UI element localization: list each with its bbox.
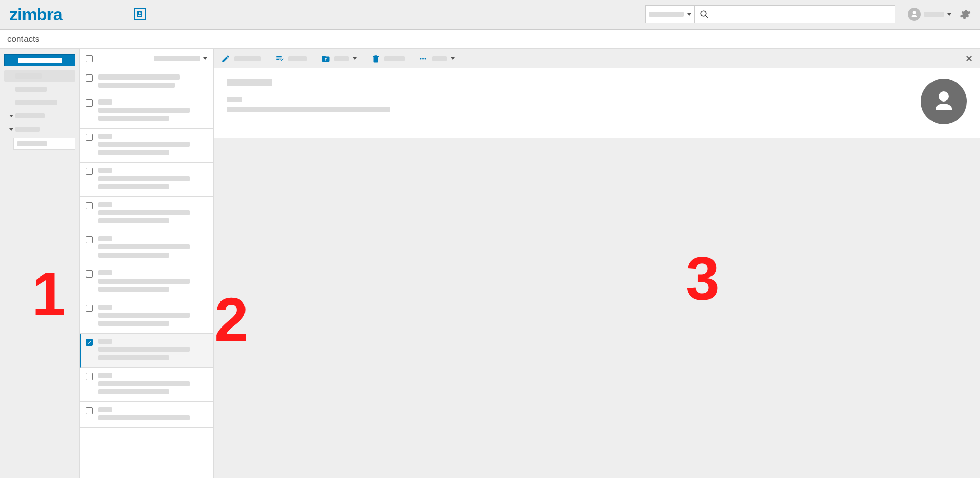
contact-list-item[interactable] [80, 402, 213, 428]
contact-list-item[interactable] [80, 68, 213, 94]
person-icon [932, 89, 956, 114]
delete-icon [371, 54, 380, 63]
detail-contact-body [227, 107, 390, 112]
contact-list-item[interactable] [80, 94, 213, 129]
sort-label [154, 56, 200, 61]
toolbar-button-label [384, 56, 405, 61]
new-contact-button[interactable] [4, 54, 75, 66]
search-input[interactable] [713, 10, 890, 19]
sidebar-item-label [15, 73, 42, 79]
annotation-number-3: 3 [685, 248, 720, 309]
sidebar-item-label [15, 100, 57, 105]
search-group [645, 5, 895, 23]
contact-checkbox[interactable] [86, 270, 93, 278]
contact-checkbox[interactable] [86, 74, 93, 82]
contact-list-item[interactable] [80, 299, 213, 334]
contact-checkbox[interactable] [86, 168, 93, 175]
chevron-down-icon [451, 57, 455, 60]
new-tag-input[interactable] [13, 138, 75, 150]
sort-dropdown[interactable] [154, 56, 207, 61]
contact-checkbox[interactable] [86, 202, 93, 209]
sidebar-section[interactable] [4, 110, 75, 121]
edit-icon [221, 54, 230, 63]
toolbar-delete-button[interactable] [371, 54, 405, 63]
sidebar-item-label [15, 87, 47, 92]
detail-avatar [921, 79, 967, 124]
contact-checkbox[interactable] [86, 99, 93, 107]
detail-pane: ✕ 3 [214, 49, 980, 478]
search-scope-label [649, 12, 684, 17]
sidebar-item[interactable] [4, 84, 75, 95]
toolbar-more-button[interactable] [419, 54, 455, 63]
context-label: contacts [7, 34, 39, 44]
assign-icon [275, 54, 284, 63]
annotation-number-1: 1 [32, 263, 66, 324]
search-scope-dropdown[interactable] [646, 6, 695, 23]
user-menu[interactable] [908, 8, 951, 21]
select-all-checkbox[interactable] [86, 55, 93, 62]
contact-list-item[interactable] [80, 163, 213, 197]
chevron-down-icon [353, 57, 357, 60]
chevron-down-icon [9, 128, 13, 131]
detail-toolbar: ✕ [214, 49, 980, 68]
detail-contact-subtitle [227, 97, 242, 102]
sidebar-item[interactable] [4, 70, 75, 82]
contact-checkbox[interactable] [86, 407, 93, 414]
contact-list-item[interactable] [80, 368, 213, 402]
contact-checkbox[interactable] [86, 339, 93, 346]
user-name-label [924, 12, 944, 17]
chevron-down-icon [9, 115, 13, 117]
main-layout: 1 2 ✕ 3 [0, 49, 980, 478]
list-header [80, 49, 213, 68]
move-icon [321, 54, 330, 63]
contact-checkbox[interactable] [86, 373, 93, 380]
more-icon [419, 54, 428, 63]
app-logo: zimbra [9, 5, 62, 24]
toolbar-button-label [234, 56, 261, 61]
contact-checkbox[interactable] [86, 134, 93, 141]
search-icon [700, 10, 709, 19]
app-header: zimbra [0, 0, 980, 30]
chevron-down-icon [203, 57, 207, 60]
toolbar-assign-button[interactable] [275, 54, 307, 63]
user-avatar-icon [908, 8, 921, 21]
contact-list-item[interactable] [80, 197, 213, 231]
address-book-icon [136, 10, 144, 18]
contact-list-item[interactable] [80, 129, 213, 163]
toolbar-move-button[interactable] [321, 54, 357, 63]
toolbar-button-label [288, 56, 307, 61]
sidebar-item-label [15, 127, 40, 132]
contact-checkbox[interactable] [86, 236, 93, 243]
toolbar-edit-button[interactable] [221, 54, 261, 63]
new-contact-button-label [18, 58, 62, 63]
sidebar-section[interactable] [4, 123, 75, 135]
chevron-down-icon [687, 13, 691, 16]
sidebar-item-label [15, 113, 45, 118]
contact-checkbox[interactable] [86, 305, 93, 312]
context-bar: contacts [0, 30, 980, 49]
toolbar-button-label [432, 56, 447, 61]
settings-gear-icon[interactable] [959, 8, 971, 20]
contact-list-item[interactable] [80, 231, 213, 265]
search-input-wrap[interactable] [695, 6, 895, 23]
contact-list-item[interactable] [80, 334, 213, 368]
sidebar-item[interactable] [4, 97, 75, 108]
contact-list-pane: 2 [79, 49, 214, 478]
contacts-app-icon[interactable] [134, 8, 146, 20]
sidebar-pane: 1 [0, 49, 79, 478]
detail-text [227, 79, 584, 112]
contact-list-item[interactable] [80, 265, 213, 299]
close-detail-button[interactable]: ✕ [965, 54, 973, 63]
toolbar-button-label [334, 56, 349, 61]
contact-list-body[interactable] [80, 68, 213, 478]
detail-contact-name [227, 79, 272, 86]
detail-header-card [214, 68, 980, 138]
chevron-down-icon [947, 13, 951, 16]
